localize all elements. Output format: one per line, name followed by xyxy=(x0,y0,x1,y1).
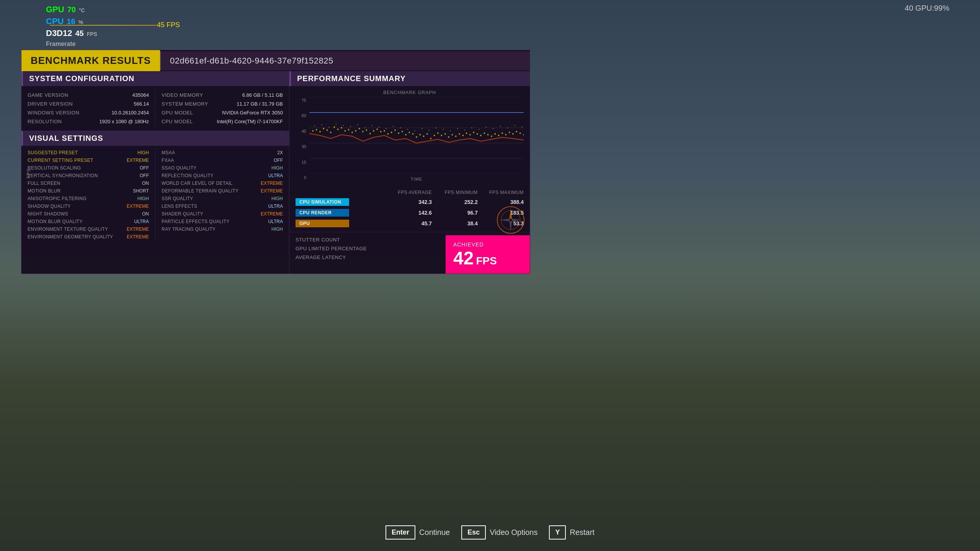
svg-point-56 xyxy=(487,134,489,135)
svg-point-71 xyxy=(343,125,344,126)
video-options-btn-group[interactable]: Esc Video Options xyxy=(461,525,537,540)
svg-point-34 xyxy=(408,132,410,133)
svg-point-41 xyxy=(434,135,435,136)
svg-point-69 xyxy=(328,127,330,128)
y-label-60: 60 xyxy=(296,113,306,118)
svg-point-89 xyxy=(471,127,472,129)
hud-gpu-temp: 70 xyxy=(67,4,76,15)
svg-point-80 xyxy=(407,129,408,130)
svg-point-92 xyxy=(493,128,494,129)
svg-point-20 xyxy=(359,128,360,129)
bottom-section: STUTTER COUNT 1 GPU LIMITED PERCENTAGE 1… xyxy=(289,232,530,274)
benchmark-run-id: 02d661ef-d61b-4620-9446-37e79f152825 xyxy=(170,56,333,65)
svg-point-91 xyxy=(486,127,487,128)
header-fps-min: FPS MINIMUM xyxy=(432,190,478,195)
svg-point-95 xyxy=(514,125,515,126)
benchmark-body: SYSTEM CONFIGURATION GAME VERSION435064D… xyxy=(21,71,530,274)
benchmark-title-bg: BENCHMARK RESULTS xyxy=(21,50,160,71)
svg-point-55 xyxy=(483,132,485,134)
continue-btn-group[interactable]: Enter Continue xyxy=(385,525,450,540)
svg-point-66 xyxy=(523,134,524,135)
benchmark-svg xyxy=(309,97,524,174)
y-label-30: 30 xyxy=(296,144,306,149)
svg-point-57 xyxy=(491,135,492,137)
graph-svg-container: TIME xyxy=(309,97,524,181)
svg-point-17 xyxy=(348,129,350,130)
svg-point-39 xyxy=(426,133,428,135)
svg-point-53 xyxy=(477,133,478,135)
system-config-row: GAME VERSION435064 xyxy=(28,91,149,99)
video-options-label: Video Options xyxy=(490,528,537,537)
svg-point-61 xyxy=(505,134,506,135)
hud-framerate-label: Framerate xyxy=(46,40,97,48)
svg-marker-102 xyxy=(511,218,522,222)
svg-point-8 xyxy=(316,129,317,130)
valid-run-badge: ACHIEVED 42 FPS xyxy=(446,235,530,274)
svg-point-58 xyxy=(494,133,496,135)
svg-point-62 xyxy=(509,132,510,133)
visual-row: SHADOW QUALITYEXTREME xyxy=(28,202,149,210)
svg-point-7 xyxy=(312,130,314,132)
svg-point-70 xyxy=(336,124,337,125)
svg-point-72 xyxy=(350,126,351,127)
fps-bar-value: 45 FPS xyxy=(157,21,180,29)
system-config-row: RESOLUTION1920 x 1080 @ 180Hz xyxy=(28,117,149,126)
svg-point-26 xyxy=(380,131,382,132)
svg-point-75 xyxy=(371,125,372,126)
svg-marker-101 xyxy=(499,218,511,222)
hud-gpu-unit: °C xyxy=(79,7,85,15)
visual-row: FXAAOFF xyxy=(162,156,283,164)
visual-row: RESOLUTION SCALINGOFF xyxy=(28,164,149,172)
avg-latency-label: AVERAGE LATENCY xyxy=(296,254,346,260)
system-config-row: CPU MODELIntel(R) Core(TM) i7-14700KF xyxy=(162,117,283,126)
svg-point-32 xyxy=(402,131,403,132)
svg-point-31 xyxy=(398,132,399,134)
graph-title: BENCHMARK GRAPH xyxy=(296,90,524,95)
benchmark-graph-container: BENCHMARK GRAPH 75 60 45 30 15 0 xyxy=(289,86,530,185)
visual-row: MSAA2X xyxy=(162,149,283,156)
svg-point-77 xyxy=(385,128,387,129)
fps-bar-area: 45 FPS xyxy=(50,21,157,33)
svg-point-11 xyxy=(327,129,328,131)
left-panel: SYSTEM CONFIGURATION GAME VERSION435064D… xyxy=(21,71,289,274)
enter-key[interactable]: Enter xyxy=(385,525,415,540)
svg-point-50 xyxy=(466,132,467,134)
svg-point-40 xyxy=(430,138,431,139)
svg-point-82 xyxy=(421,128,423,129)
svg-point-48 xyxy=(459,133,460,135)
cpu-sim-fps-min: 252.2 xyxy=(432,199,478,205)
svg-point-74 xyxy=(364,127,365,129)
svg-point-10 xyxy=(323,128,324,129)
system-config-title: SYSTEM CONFIGURATION xyxy=(29,74,134,83)
svg-point-21 xyxy=(362,131,364,132)
svg-point-42 xyxy=(437,132,439,134)
performance-title: PERFORMANCE SUMMARY xyxy=(297,74,406,83)
svg-point-19 xyxy=(355,130,356,132)
svg-point-90 xyxy=(479,129,480,130)
svg-point-87 xyxy=(457,128,458,129)
y-label-15: 15 xyxy=(296,160,306,165)
svg-point-96 xyxy=(521,127,523,128)
gpu-limited-label: GPU LIMITED PERCENTAGE xyxy=(296,246,367,251)
visual-settings-grid: SUGGESTED PRESETHIGHCURRENT SETTING PRES… xyxy=(21,146,289,244)
svg-point-88 xyxy=(464,130,466,131)
visual-row: VERTICAL SYNCHRONIZATIONOFF xyxy=(28,172,149,179)
system-config-left-col: GAME VERSION435064DRIVER VERSION566.14WI… xyxy=(21,91,155,126)
restart-btn-group[interactable]: Y Restart xyxy=(549,525,594,540)
svg-point-30 xyxy=(394,129,396,131)
svg-point-76 xyxy=(379,127,380,128)
y-key[interactable]: Y xyxy=(549,525,566,540)
perf-stats-header: FPS AVERAGE FPS MINIMUM FPS MAXIMUM xyxy=(296,188,524,197)
visual-row: RAY TRACING QUALITYHIGH xyxy=(162,225,283,233)
esc-key[interactable]: Esc xyxy=(461,525,486,540)
svg-point-64 xyxy=(516,131,517,132)
svg-point-12 xyxy=(330,132,332,133)
visual-row: FULL SCREENON xyxy=(28,179,149,187)
badge-cpu-render: CPU RENDER xyxy=(296,209,349,217)
perf-row-cpu-render: CPU RENDER 142.6 96.7 183.5 xyxy=(296,207,524,218)
benchmark-title: BENCHMARK RESULTS xyxy=(31,55,151,66)
system-config-row: DRIVER VERSION566.14 xyxy=(28,99,149,108)
svg-point-44 xyxy=(444,133,446,135)
visual-settings-title: VISUAL SETTINGS xyxy=(29,134,103,142)
y-label-45: 45 xyxy=(296,129,306,134)
